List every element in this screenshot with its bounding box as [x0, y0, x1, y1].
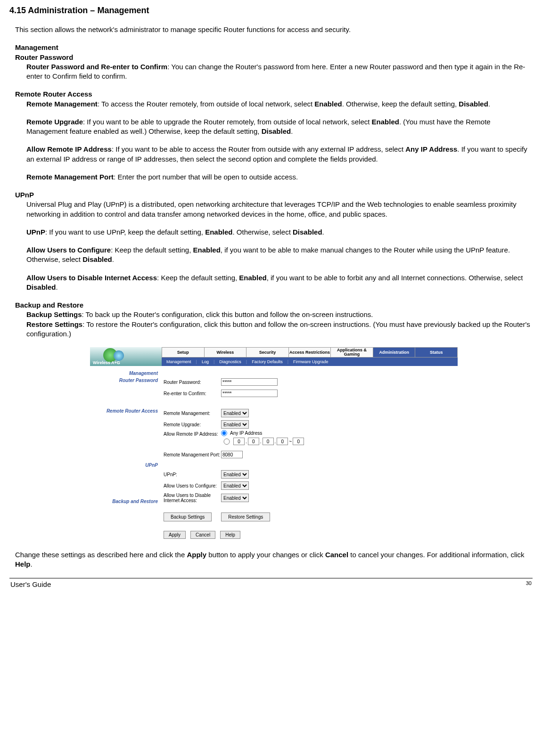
section-backup-restore: Backup and Restore [15, 301, 533, 310]
footer-guide: User's Guide [10, 580, 51, 588]
input-router-password[interactable] [221, 378, 278, 386]
restore-desc: Restore Settings: To restore the Router'… [26, 320, 533, 339]
tab-setup[interactable]: Setup [162, 347, 204, 358]
label-upnp: UPnP: [164, 472, 221, 477]
upnp-setting-desc: UPnP: If you want to use UPnP, keep the … [26, 228, 533, 237]
footer-page: 30 [526, 580, 532, 588]
select-remote-mgmt[interactable]: Enabled [221, 409, 249, 417]
allow-remote-ip-desc: Allow Remote IP Address: If you want to … [26, 145, 533, 164]
restore-settings-button[interactable]: Restore Settings [221, 512, 270, 521]
label-allow-disable: Allow Users to Disable Internet Access: [164, 493, 221, 503]
section-router-password: Router Password [15, 53, 533, 62]
ip-range-end[interactable] [293, 438, 304, 445]
cancel-button[interactable]: Cancel [190, 531, 215, 539]
label-allow-config: Allow Users to Configure: [164, 483, 221, 488]
backup-settings-button[interactable]: Backup Settings [164, 512, 212, 521]
tab-applications-gaming[interactable]: Applications & Gaming [330, 347, 373, 358]
router-screenshot: Wireless A+G Setup Wireless Security Acc… [90, 347, 458, 542]
remote-upgrade-desc: Remote Upgrade: If you want to be able t… [26, 117, 533, 137]
side-backup-restore: Backup and Restore [90, 499, 158, 506]
allow-disable-desc: Allow Users to Disable Internet Access: … [26, 273, 533, 293]
backup-desc: Backup Settings: To back up the Router's… [26, 310, 533, 319]
input-reenter[interactable] [221, 390, 278, 397]
brand-text: Wireless A+G [93, 360, 120, 365]
label-remote-upgrade: Remote Upgrade: [164, 422, 221, 427]
side-upnp: UPnP [90, 463, 158, 470]
section-upnp: UPnP [15, 190, 533, 200]
tab-wireless[interactable]: Wireless [204, 347, 246, 358]
input-remote-port[interactable] [221, 451, 243, 458]
remote-mgmt-desc: Remote Management: To access the Router … [26, 99, 533, 109]
tab-administration[interactable]: Administration [373, 347, 415, 358]
select-upnp[interactable]: Enabled [221, 470, 249, 479]
page-heading: 4.15 Administration – Management [9, 6, 533, 16]
section-management: Management [15, 43, 533, 52]
main-tabs: Setup Wireless Security Access Restricti… [162, 347, 458, 358]
label-remote-port: Remote Management Port: [164, 452, 221, 457]
side-management: Management [90, 371, 158, 378]
label-allow-remote-ip: Allow Remote IP Address: [164, 430, 221, 437]
ip-octet-1[interactable] [233, 438, 245, 445]
tab-status[interactable]: Status [415, 347, 458, 358]
brand-panel: Wireless A+G [90, 347, 162, 366]
select-allow-disable[interactable]: Enabled [221, 494, 249, 502]
select-remote-upgrade[interactable]: Enabled [221, 420, 249, 429]
select-allow-config[interactable]: Enabled [221, 481, 249, 490]
label-remote-mgmt: Remote Management: [164, 411, 221, 416]
subtab-log[interactable]: Log [197, 359, 214, 364]
label-router-password: Router Password: [164, 380, 221, 385]
tab-access-restrictions[interactable]: Access Restrictions [288, 347, 331, 358]
tab-security[interactable]: Security [246, 347, 288, 358]
apply-button[interactable]: Apply [164, 531, 186, 539]
subtab-management[interactable]: Management [162, 359, 196, 364]
label-reenter: Re-enter to Confirm: [164, 391, 221, 396]
sub-tabs: Management| Log| Diagnostics| Factory De… [162, 358, 458, 366]
subtab-firmware-upgrade[interactable]: Firmware Upgrade [288, 359, 333, 364]
allow-config-desc: Allow Users to Configure: Keep the defau… [26, 245, 533, 265]
side-router-password: Router Password [90, 378, 158, 385]
section-remote-access: Remote Router Access [15, 89, 533, 99]
ip-octet-3[interactable] [263, 438, 274, 445]
intro-text: This section allows the network's admini… [15, 25, 533, 34]
radio-any-ip-label: Any IP Address [230, 431, 262, 436]
upnp-desc: Universal Plug and Play (UPnP) is a dist… [26, 200, 533, 219]
subtab-diagnostics[interactable]: Diagnostics [214, 359, 246, 364]
ip-octet-2[interactable] [248, 438, 259, 445]
subtab-factory-defaults[interactable]: Factory Defaults [247, 359, 287, 364]
closing-text: Change these settings as described here … [15, 550, 533, 569]
radio-specific-ip[interactable] [221, 439, 232, 445]
router-password-desc: Router Password and Re-enter to Confirm:… [26, 62, 533, 81]
radio-any-ip[interactable] [221, 430, 227, 436]
ip-octet-4[interactable] [277, 438, 288, 445]
remote-port-desc: Remote Management Port: Enter the port n… [26, 172, 533, 182]
help-button[interactable]: Help [220, 531, 240, 539]
side-remote-access: Remote Router Access [90, 408, 158, 415]
